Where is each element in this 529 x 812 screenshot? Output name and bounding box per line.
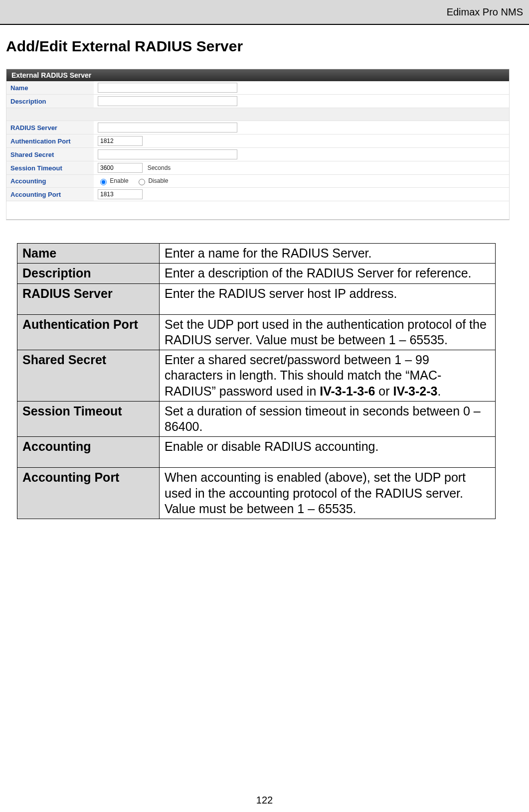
desc-key: RADIUS Server bbox=[17, 283, 160, 314]
table-row: Accounting PortWhen accounting is enable… bbox=[17, 468, 496, 519]
label-session-timeout: Session Timeout bbox=[6, 161, 94, 175]
description-table: NameEnter a name for the RADIUS Server.D… bbox=[17, 243, 496, 519]
desc-key: Name bbox=[17, 244, 160, 264]
desc-value: Enter a description of the RADIUS Server… bbox=[160, 264, 496, 283]
description-input[interactable] bbox=[98, 96, 237, 106]
table-row: Session TimeoutSet a duration of session… bbox=[17, 401, 496, 437]
table-row: DescriptionEnter a description of the RA… bbox=[17, 264, 496, 283]
desc-value: Enter a shared secret/password between 1… bbox=[160, 350, 496, 402]
panel-titlebar: External RADIUS Server bbox=[6, 69, 509, 81]
radius-panel: External RADIUS Server Name Description … bbox=[6, 69, 510, 220]
accounting-enable-option[interactable]: Enable bbox=[98, 177, 130, 184]
page-title: Add/Edit External RADIUS Server bbox=[6, 38, 523, 55]
accounting-port-input[interactable] bbox=[98, 189, 143, 199]
desc-value: Enter a name for the RADIUS Server. bbox=[160, 244, 496, 264]
desc-key: Description bbox=[17, 264, 160, 283]
session-timeout-unit: Seconds bbox=[148, 164, 171, 171]
session-timeout-input[interactable] bbox=[98, 163, 143, 173]
desc-key: Accounting bbox=[17, 437, 160, 468]
table-row: Shared SecretEnter a shared secret/passw… bbox=[17, 350, 496, 402]
desc-key: Shared Secret bbox=[17, 350, 160, 402]
shared-secret-input[interactable] bbox=[98, 149, 237, 159]
desc-value: When accounting is enabled (above), set … bbox=[160, 468, 496, 519]
doc-header: Edimax Pro NMS bbox=[0, 0, 529, 24]
label-auth-port: Authentication Port bbox=[6, 135, 94, 148]
desc-value: Set a duration of session timeout in sec… bbox=[160, 401, 496, 437]
auth-port-input[interactable] bbox=[98, 136, 143, 146]
label-description: Description bbox=[6, 95, 94, 108]
desc-key: Session Timeout bbox=[17, 401, 160, 437]
accounting-disable-option[interactable]: Disable bbox=[136, 177, 168, 184]
accounting-enable-radio[interactable] bbox=[100, 179, 107, 185]
product-name: Edimax Pro NMS bbox=[447, 6, 523, 18]
desc-value: Enter the RADIUS server host IP address. bbox=[160, 283, 496, 314]
table-row: RADIUS ServerEnter the RADIUS server hos… bbox=[17, 283, 496, 314]
desc-value: Set the UDP port used in the authenticat… bbox=[160, 314, 496, 350]
accounting-disable-label: Disable bbox=[148, 177, 168, 184]
page-number: 122 bbox=[0, 795, 529, 806]
table-row: AccountingEnable or disable RADIUS accou… bbox=[17, 437, 496, 468]
label-radius-server: RADIUS Server bbox=[6, 121, 94, 135]
accounting-enable-label: Enable bbox=[110, 177, 128, 184]
table-row: Authentication PortSet the UDP port used… bbox=[17, 314, 496, 350]
label-name: Name bbox=[6, 81, 94, 95]
radius-server-input[interactable] bbox=[98, 123, 237, 133]
table-row: NameEnter a name for the RADIUS Server. bbox=[17, 244, 496, 264]
label-shared-secret: Shared Secret bbox=[6, 148, 94, 161]
label-accounting-port: Accounting Port bbox=[6, 188, 94, 201]
desc-value: Enable or disable RADIUS accounting. bbox=[160, 437, 496, 468]
accounting-disable-radio[interactable] bbox=[139, 179, 145, 185]
desc-key: Authentication Port bbox=[17, 314, 160, 350]
name-input[interactable] bbox=[98, 83, 237, 93]
label-accounting: Accounting bbox=[6, 175, 94, 188]
desc-key: Accounting Port bbox=[17, 468, 160, 519]
